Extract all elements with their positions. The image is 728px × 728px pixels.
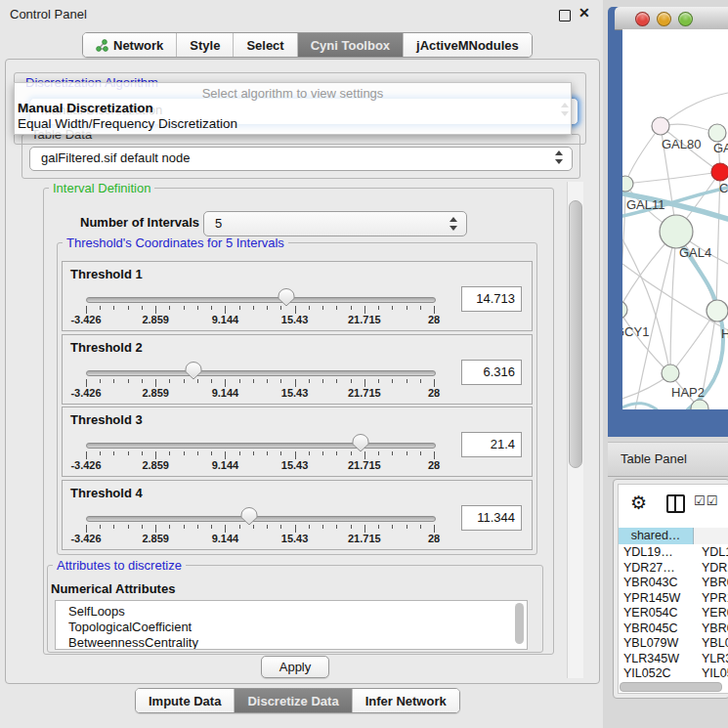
threshold-value-field[interactable]: 6.316 [461,360,522,385]
horizontal-scrollbar-thumb[interactable] [620,682,722,692]
table-header-cell[interactable]: shared… [619,528,694,544]
table-data-combo[interactable]: galFiltered.sif default node [29,147,573,171]
tick-mark [267,451,268,455]
tick-mark [336,525,337,529]
tick-mark [407,306,407,310]
node-label: GAL80 [662,137,701,151]
attribute-item[interactable]: SelfLoops [56,601,527,620]
network-node-h[interactable] [707,300,728,321]
threshold-value-field[interactable]: 11.344 [461,505,522,531]
network-node-hap2[interactable] [662,364,679,382]
table-row[interactable]: YIL052CYIL05 [619,666,728,680]
table-row[interactable]: YLR345WYLR34 [619,652,728,667]
node-label: GA [713,141,728,155]
slider-thumb[interactable] [240,507,258,526]
tick-mark [128,525,129,529]
control-panel-title: Control Panel [10,7,87,21]
network-canvas[interactable]: GAL80GACGAL11GAL4GCY1HHAP2 [622,29,728,409]
network-node-gcy1[interactable] [622,301,627,319]
tick-mark [280,451,281,455]
tick-mark [142,306,143,310]
threshold-1-panel: Threshold 1-3.4262.8599.14415.4321.71528… [62,261,533,331]
network-node-gal4[interactable] [660,215,693,248]
tick-mark [392,379,393,383]
checkbox-icons[interactable]: ☑☑ [694,493,718,508]
scrollbar-thumb[interactable] [569,200,582,468]
column-split-icon[interactable] [666,494,685,513]
float-panel-icon[interactable] [559,10,571,21]
network-window-titlebar[interactable] [615,7,728,30]
attribute-item[interactable]: TopologicalCoefficient [56,620,527,635]
tick-label: 15.43 [281,387,309,399]
tab-jactivemnodules[interactable]: jActiveMNodules [403,33,532,57]
list-scrollbar-thumb[interactable] [515,603,524,644]
tick-mark [239,306,240,310]
popup-option-manual[interactable]: Manual Discretization [18,101,153,115]
tick-label: 28 [428,314,440,325]
threshold-value-field[interactable]: 14.713 [461,286,522,312]
popup-option-equal-width[interactable]: Equal Width/Frequency Discretization [18,116,237,131]
table-cell: YPR145W [623,591,680,607]
bottom-tab-discretize-data[interactable]: Discretize Data [234,689,351,712]
bottom-tab-impute-data[interactable]: Impute Data [136,689,234,712]
network-node-ga[interactable] [708,124,726,142]
tick-mark [169,451,170,455]
table-cell: YDR27 [702,561,728,577]
gear-icon[interactable]: ⚙ [630,492,647,514]
network-node-gal11[interactable] [622,176,633,192]
attribute-item[interactable]: BetweennessCentrality [56,635,527,650]
network-node-gal80[interactable] [652,117,669,135]
tick-label: 21.715 [348,387,381,399]
tick-mark [155,379,156,387]
table-cell: YBR043C [623,576,678,591]
bottom-tab-infer-network[interactable]: Infer Network [352,689,459,712]
network-edge [625,172,720,184]
tab-style[interactable]: Style [176,33,233,57]
close-icon[interactable]: ✕ [578,5,590,21]
tick-mark [128,451,129,455]
tick-label: 2.859 [142,459,169,471]
zoom-traffic-light[interactable] [678,12,693,26]
tick-mark [169,379,170,383]
node-label: GAL4 [679,245,711,260]
slider-track[interactable] [86,297,436,303]
slider-track[interactable] [86,443,436,449]
tick-label: -3.426 [70,533,101,544]
slider-thumb[interactable] [185,362,202,380]
number-of-intervals-spinner[interactable]: 5 [203,211,467,236]
table-row[interactable]: YDR27…YDR27 [619,561,728,577]
tab-network[interactable]: Network [83,33,176,57]
close-traffic-light[interactable] [635,12,650,26]
tick-label: 28 [428,387,440,399]
table-row[interactable]: YDL19…YDL19 [619,545,728,561]
tick-mark [184,306,185,310]
threshold-label: Threshold 4 [70,486,143,500]
tick-mark [322,379,323,383]
table-row[interactable]: YBR045CYBR04 [619,621,728,637]
slider-track[interactable] [86,516,436,522]
table-row[interactable]: YBR043CYBR04 [619,576,728,591]
node-label: C [719,181,728,195]
tick-mark [295,451,296,459]
apply-button[interactable]: Apply [261,656,329,678]
minimize-traffic-light[interactable] [657,12,671,26]
tick-mark [113,379,114,383]
table-row[interactable]: YBL079WYBL07 [619,636,728,652]
slider-thumb[interactable] [278,288,295,307]
numerical-attributes-list[interactable]: SelfLoopsTopologicalCoefficientBetweenne… [55,600,528,650]
table-row[interactable]: YPR145WYPR14 [619,591,728,607]
network-node-c[interactable] [711,163,728,181]
slider-thumb[interactable] [352,434,369,452]
tick-mark [322,451,323,455]
tab-cyni-toolbox[interactable]: Cyni Toolbox [297,33,403,57]
bottom-tab-bar: Impute DataDiscretize DataInfer Network [135,688,460,713]
network-edge [661,93,728,126]
tick-label: 9.144 [212,314,239,325]
tick-label: 9.144 [212,533,239,544]
threshold-value-field[interactable]: 21.4 [461,432,522,457]
tab-label: jActiveMNodules [416,38,519,53]
table-header-cell[interactable]: na [694,528,728,544]
table-row[interactable]: YER054CYER05 [619,606,728,621]
tab-select[interactable]: Select [233,33,296,57]
slider-track[interactable] [86,370,436,376]
